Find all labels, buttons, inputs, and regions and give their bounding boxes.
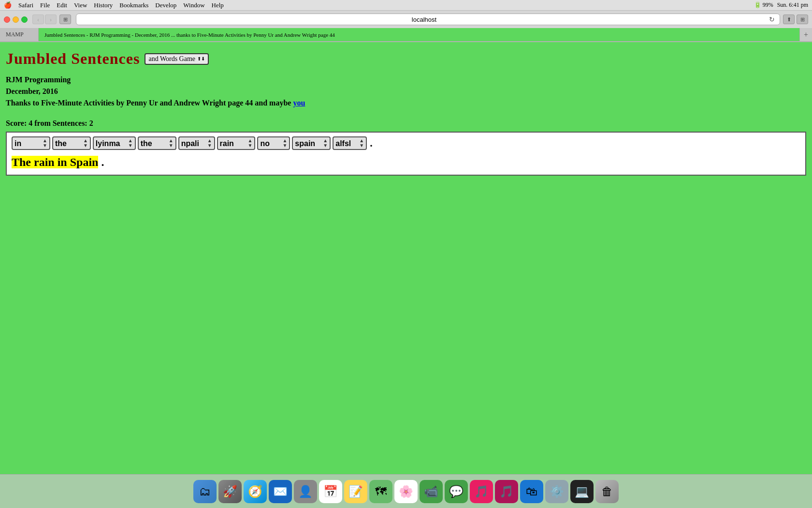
select-8[interactable]: alfsl the in rain	[335, 139, 358, 148]
select-4[interactable]: npali the in rain	[181, 139, 206, 148]
mac-status-icons: 🔋 99% Sun. 6:41 pm	[754, 1, 808, 9]
traffic-lights[interactable]	[4, 16, 28, 23]
info-section: RJM Programming December, 2016 Thanks to…	[6, 75, 806, 128]
dock-messages[interactable]: 💬	[445, 480, 468, 503]
select-1[interactable]: the in rain spain	[55, 139, 82, 148]
select-arrows-5: ▲▼	[248, 138, 253, 148]
apple-menu[interactable]: 🍎	[4, 1, 12, 9]
select-arrows-8: ▲▼	[359, 138, 364, 148]
page-title: Jumbled Sentences	[6, 50, 140, 68]
minimize-button[interactable]	[13, 16, 19, 23]
dropdown-3[interactable]: the in rain spain ▲▼	[138, 136, 176, 150]
select-5[interactable]: rain the in spain	[220, 139, 247, 148]
dock-facetime[interactable]: 📹	[420, 480, 443, 503]
browser-actions[interactable]: ⬆ ⊞	[783, 15, 808, 24]
dropdown-2[interactable]: lyinma the in rain ▲▼	[93, 136, 136, 150]
menu-window[interactable]: Window	[183, 1, 204, 9]
select-arrows-2: ▲▼	[128, 138, 133, 148]
dock-music[interactable]: 🎵	[470, 480, 493, 503]
dock-itunes[interactable]: 🎵	[495, 480, 518, 503]
dropdown-5[interactable]: rain the in spain ▲▼	[217, 136, 256, 150]
dock-calendar[interactable]: 📅	[319, 480, 342, 503]
sentence-container: in the rain spain ▲▼ the in rain spain ▲…	[6, 132, 806, 176]
tab-active[interactable]: Jumbled Sentences - RJM Programming - De…	[39, 28, 800, 41]
sidebar-toggle[interactable]: ⊞	[59, 15, 71, 24]
select-6[interactable]: no the in rain	[260, 139, 281, 148]
answer-highlight-text: The rain in Spain	[12, 156, 98, 168]
tab-mamp[interactable]: MAMP	[0, 28, 39, 41]
nav-buttons[interactable]: ‹ ›	[32, 15, 57, 24]
page-title-row: Jumbled Sentences and Words Game ⬆⬇	[6, 50, 806, 68]
forward-button[interactable]: ›	[45, 15, 57, 24]
page-content: Jumbled Sentences and Words Game ⬆⬇ RJM …	[0, 42, 812, 183]
select-arrows-7: ▲▼	[323, 138, 328, 148]
dock-launchpad[interactable]: 🚀	[218, 480, 242, 503]
clock: Sun. 6:41 pm	[777, 1, 808, 9]
select-0[interactable]: in the rain spain	[14, 139, 42, 148]
mac-menus[interactable]: 🍎 Safari File Edit View History Bookmark…	[4, 1, 224, 9]
dropdown-1[interactable]: the in rain spain ▲▼	[52, 136, 91, 150]
share-button[interactable]: ⬆	[783, 15, 795, 24]
select-3[interactable]: the in rain spain	[141, 139, 168, 148]
dock-trash[interactable]: 🗑	[595, 480, 619, 503]
dock-notes[interactable]: 📝	[344, 480, 367, 503]
battery-icon: 🔋 99%	[754, 1, 773, 9]
answer-display: The rain in Spain .	[12, 154, 800, 170]
dropdown-6[interactable]: no the in rain ▲▼	[257, 136, 290, 150]
dropdowns-row: in the rain spain ▲▼ the in rain spain ▲…	[12, 136, 800, 150]
new-tab-button[interactable]: ⊞	[797, 15, 808, 24]
select-arrows-6: ▲▼	[282, 138, 287, 148]
menu-edit[interactable]: Edit	[57, 1, 67, 9]
dock-mail[interactable]: ✉️	[269, 480, 292, 503]
maximize-button[interactable]	[21, 16, 28, 23]
menu-help[interactable]: Help	[212, 1, 224, 9]
reload-button[interactable]: ↻	[768, 15, 776, 23]
dock-photos[interactable]: 🌸	[394, 480, 418, 503]
sentence-period: .	[370, 137, 373, 149]
dock-finder[interactable]: 🗂	[193, 480, 217, 503]
select-arrows-1: ▲▼	[83, 138, 88, 148]
address-bar[interactable]	[80, 16, 768, 23]
browser-chrome: ‹ › ⊞ ↻ ⬆ ⊞ MAMP Jumbled Sentences - RJM…	[0, 11, 812, 42]
address-bar-wrapper[interactable]: ↻	[76, 14, 780, 25]
date-text: December, 2016	[6, 87, 806, 96]
dropdown-8[interactable]: alfsl the in rain ▲▼	[333, 136, 367, 150]
menu-history[interactable]: History	[94, 1, 113, 9]
menu-develop[interactable]: Develop	[155, 1, 176, 9]
close-button[interactable]	[4, 16, 10, 23]
dock-settings[interactable]: ⚙️	[545, 480, 568, 503]
selector-label: and Words Game	[148, 55, 195, 63]
menu-safari[interactable]: Safari	[18, 1, 33, 9]
select-2[interactable]: lyinma the in rain	[96, 139, 127, 148]
menu-bookmarks[interactable]: Bookmarks	[119, 1, 148, 9]
dropdown-4[interactable]: npali the in rain ▲▼	[178, 136, 215, 150]
you-link[interactable]: you	[293, 99, 305, 107]
select-7[interactable]: spain the in rain	[295, 139, 322, 148]
menu-file[interactable]: File	[40, 1, 50, 9]
selector-arrow-icon: ⬆⬇	[197, 56, 205, 61]
tabs-bar: MAMP Jumbled Sentences - RJM Programming…	[0, 28, 812, 42]
dock-terminal[interactable]: 💻	[570, 480, 594, 503]
menu-view[interactable]: View	[74, 1, 87, 9]
dock-safari[interactable]: 🧭	[244, 480, 267, 503]
mac-dock: 🗂 🚀 🧭 ✉️ 👤 📅 📝 🗺 🌸 📹 💬 🎵 🎵 🛍 ⚙️ 💻 🗑	[0, 474, 812, 508]
mac-menubar: 🍎 Safari File Edit View History Bookmark…	[0, 0, 812, 11]
dropdown-0[interactable]: in the rain spain ▲▼	[12, 136, 50, 150]
back-button[interactable]: ‹	[32, 15, 44, 24]
select-arrows-0: ▲▼	[43, 138, 47, 148]
score-text: Score: 4 from Sentences: 2	[6, 119, 806, 128]
game-selector[interactable]: and Words Game ⬆⬇	[145, 53, 209, 65]
dock-maps[interactable]: 🗺	[369, 480, 392, 503]
select-arrows-4: ▲▼	[207, 138, 212, 148]
answer-suffix: .	[98, 156, 104, 168]
select-arrows-3: ▲▼	[169, 138, 174, 148]
dock-appstore[interactable]: 🛍	[520, 480, 543, 503]
thanks-text: Thanks to Five-Minute Activities by Penn…	[6, 99, 806, 107]
dropdown-7[interactable]: spain the in rain ▲▼	[292, 136, 331, 150]
dock-contacts[interactable]: 👤	[294, 480, 317, 503]
browser-toolbar: ‹ › ⊞ ↻ ⬆ ⊞	[0, 11, 812, 28]
author-text: RJM Programming	[6, 75, 806, 84]
add-tab-button[interactable]: +	[800, 28, 812, 41]
